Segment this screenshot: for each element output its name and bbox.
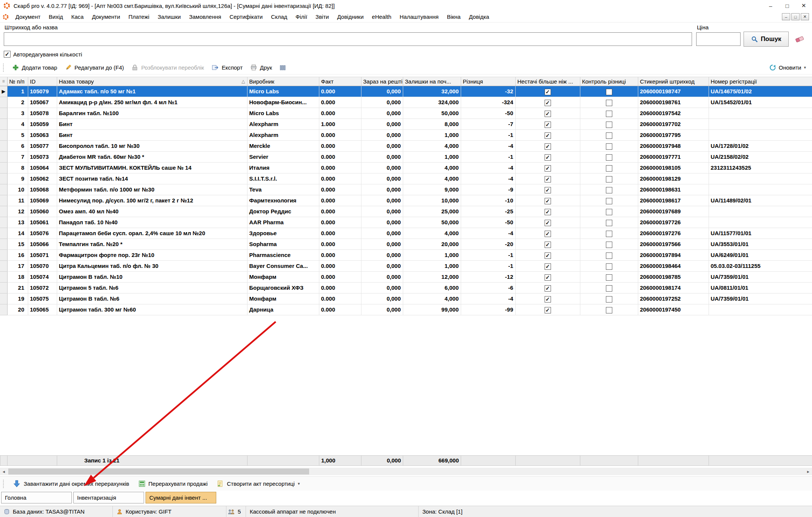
table-row[interactable]: 2105067Амикацид р-р д/ин. 250 мг/мл фл. …: [0, 97, 812, 108]
cell-rownum[interactable]: 9: [7, 173, 28, 184]
horizontal-scrollbar[interactable]: ◄ ►: [0, 468, 812, 475]
cell-reg[interactable]: UA/3553/01/01: [709, 239, 812, 250]
cell-reg[interactable]: UA/15452/01/01: [709, 97, 812, 108]
col-header-now[interactable]: Зараз на решті: [361, 77, 403, 86]
cell-control[interactable]: [580, 163, 638, 173]
cell-rownum[interactable]: 6: [7, 141, 28, 152]
export-button[interactable]: Експорт: [208, 64, 246, 71]
cell-reg[interactable]: UA/2158/02/02: [709, 152, 812, 163]
cell-fact[interactable]: 0.000: [319, 195, 361, 206]
cell-rownum[interactable]: 2: [7, 97, 28, 108]
checkbox-unchecked[interactable]: [606, 209, 612, 215]
scroll-left-arrow[interactable]: ◄: [0, 468, 8, 475]
row-marker-cell[interactable]: [0, 261, 7, 272]
cell-rownum[interactable]: 5: [7, 130, 28, 141]
row-marker-cell[interactable]: [0, 239, 7, 250]
cell-reg[interactable]: [709, 184, 812, 195]
col-header-diff[interactable]: Різниця: [461, 77, 515, 86]
cell-fact[interactable]: 0.000: [319, 239, 361, 250]
cell-name[interactable]: Панадол таб. 10 №40: [57, 217, 247, 228]
tab[interactable]: Інвентаризація: [73, 492, 144, 503]
cell-shortage[interactable]: ✓: [515, 152, 580, 163]
cell-fact[interactable]: 0.000: [319, 304, 361, 315]
cell-reg[interactable]: [709, 108, 812, 119]
cell-diff[interactable]: -1: [461, 261, 515, 272]
cell-maker[interactable]: Teva: [247, 184, 319, 195]
cell-reg[interactable]: UA/1728/01/02: [709, 141, 812, 152]
cell-reg[interactable]: [709, 206, 812, 217]
checkbox-checked[interactable]: ✓: [545, 198, 551, 204]
cell-sticker[interactable]: 2060000197542: [638, 108, 709, 119]
cell-sticker[interactable]: 2060000198464: [638, 261, 709, 272]
cell-control[interactable]: [580, 206, 638, 217]
cell-reg[interactable]: [709, 119, 812, 130]
cell-now[interactable]: 0,000: [361, 86, 403, 97]
table-row[interactable]: 12105060Омез амп. 40 мл №40Доктор Реддис…: [0, 206, 812, 217]
table-row[interactable]: 6105077Бисопролол табл. 10 мг №30Merckle…: [0, 141, 812, 152]
cell-id[interactable]: 105070: [28, 261, 57, 272]
cell-now[interactable]: 0,000: [361, 250, 403, 261]
cell-diff[interactable]: -10: [461, 195, 515, 206]
cell-shortage[interactable]: ✓: [515, 206, 580, 217]
cell-maker[interactable]: Servier: [247, 152, 319, 163]
cell-control[interactable]: [580, 119, 638, 130]
cell-shortage[interactable]: ✓: [515, 250, 580, 261]
checkbox-checked[interactable]: ✓: [545, 231, 551, 237]
cell-sticker[interactable]: 2060000197566: [638, 239, 709, 250]
table-row[interactable]: 7105073Диабетон MR табл. 60мг №30 *Servi…: [0, 152, 812, 163]
menu-item[interactable]: Склад: [267, 14, 291, 20]
cell-control[interactable]: [580, 108, 638, 119]
cell-now[interactable]: 0,000: [361, 217, 403, 228]
row-marker-cell[interactable]: [0, 228, 7, 239]
cell-reg[interactable]: [709, 173, 812, 184]
cell-start[interactable]: 1,000: [403, 261, 461, 272]
checkbox-unchecked[interactable]: [606, 307, 612, 313]
cell-start[interactable]: 8,000: [403, 119, 461, 130]
menu-item[interactable]: Налаштування: [396, 14, 443, 20]
cell-reg[interactable]: 2312311243525: [709, 163, 812, 173]
table-row[interactable]: 4105059БинтAlexpharm1.0000,0008,000-7✓20…: [0, 119, 812, 130]
cell-shortage[interactable]: ✓: [515, 97, 580, 108]
checkbox-unchecked[interactable]: [606, 89, 612, 95]
cell-control[interactable]: [580, 239, 638, 250]
table-row[interactable]: 15105066Темпалгин табл. №20 *Sopharma0.0…: [0, 239, 812, 250]
cell-now[interactable]: 0,000: [361, 141, 403, 152]
cell-reg[interactable]: [709, 217, 812, 228]
cell-start[interactable]: 1,000: [403, 250, 461, 261]
checkbox-unchecked[interactable]: [606, 285, 612, 292]
cell-start[interactable]: 25,000: [403, 206, 461, 217]
cell-id[interactable]: 105079: [28, 86, 57, 97]
cell-maker[interactable]: Монфарм: [247, 272, 319, 283]
checkbox-unchecked[interactable]: [606, 242, 612, 248]
search-button[interactable]: Пошук: [744, 32, 789, 47]
cell-start[interactable]: 10,000: [403, 195, 461, 206]
cell-name[interactable]: Цитра Кальцемин таб. п/о фл. № 30: [57, 261, 247, 272]
checkbox-checked[interactable]: ✓: [545, 220, 551, 226]
menu-item[interactable]: Довідники: [333, 14, 367, 20]
checkbox-unchecked[interactable]: [606, 122, 612, 128]
recalc-sales-button[interactable]: Перерахувати продажі: [134, 480, 212, 487]
cell-fact[interactable]: 0.000: [319, 86, 361, 97]
cell-fact[interactable]: 1.000: [319, 119, 361, 130]
cell-maker[interactable]: S.I.I.T.S.r.l.: [247, 173, 319, 184]
menu-item[interactable]: Вікна: [443, 14, 465, 20]
cell-reg[interactable]: [709, 130, 812, 141]
cell-diff[interactable]: -4: [461, 173, 515, 184]
cell-shortage[interactable]: ✓: [515, 228, 580, 239]
cell-now[interactable]: 0,000: [361, 272, 403, 283]
cell-id[interactable]: 105064: [28, 163, 57, 173]
cell-control[interactable]: [580, 130, 638, 141]
cell-diff[interactable]: -12: [461, 272, 515, 283]
menu-item[interactable]: Довідка: [465, 14, 493, 20]
cell-shortage[interactable]: ✓: [515, 293, 580, 304]
cell-rownum[interactable]: 21: [7, 283, 28, 293]
cell-reg[interactable]: UA/0811/01/01: [709, 283, 812, 293]
cell-fact[interactable]: 0.000: [319, 217, 361, 228]
cell-reg[interactable]: UA/11489/02/01: [709, 195, 812, 206]
tab-active[interactable]: Сумарні дані інвент ...: [146, 492, 216, 503]
cell-fact[interactable]: 0.000: [319, 152, 361, 163]
cell-diff[interactable]: -4: [461, 141, 515, 152]
table-row[interactable]: ▶1105079Адамакс табл. п/о 50 мг №1Micro …: [0, 86, 812, 97]
scrollbar-thumb[interactable]: [8, 468, 309, 474]
cell-id[interactable]: 105066: [28, 239, 57, 250]
